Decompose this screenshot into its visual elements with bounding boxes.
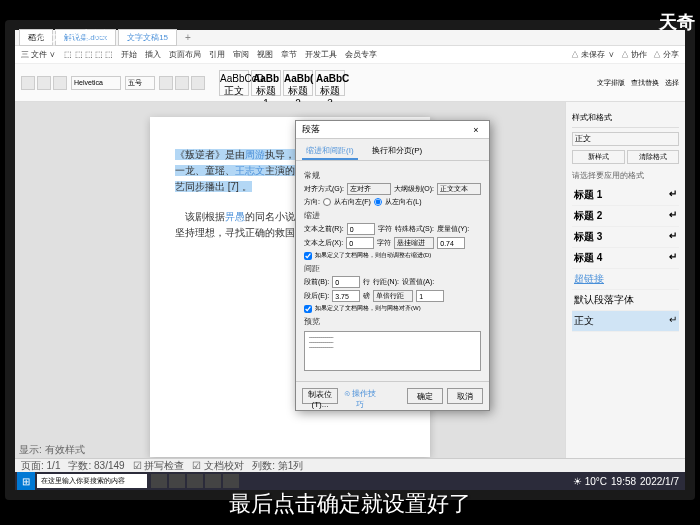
grid-align-check[interactable]	[304, 305, 312, 313]
menu-share[interactable]: △ 分享	[653, 49, 679, 60]
task-icon[interactable]	[223, 474, 239, 488]
indent-right-input[interactable]	[346, 237, 374, 249]
style-h3[interactable]: AaBbC标题 3	[315, 70, 345, 96]
paste-button[interactable]	[21, 76, 35, 90]
screen: 稻壳 解说集.docx 文字文稿15 + 三 文件 ∨ ⬚ ⬚ ⬚ ⬚ ⬚ 开始…	[15, 30, 685, 490]
sidebar-title: 样式和格式	[572, 108, 679, 128]
at-value-input[interactable]	[416, 290, 444, 302]
size-select[interactable]: 五号	[125, 76, 155, 90]
align-select[interactable]: 左对齐	[347, 183, 391, 195]
bold-button[interactable]	[159, 76, 173, 90]
tabs-button[interactable]: 制表位(T)...	[302, 388, 338, 404]
underline-button[interactable]	[191, 76, 205, 90]
italic-button[interactable]	[175, 76, 189, 90]
style-h2[interactable]: AaBb(标题 2	[283, 70, 313, 96]
dialog-title: 段落	[302, 123, 320, 136]
word-count: 字数: 83/149	[68, 459, 124, 473]
new-style-button[interactable]: 新样式	[572, 150, 625, 164]
start-button[interactable]: ⊞	[17, 472, 35, 490]
monitor-frame: 稻壳 解说集.docx 文字文稿15 + 三 文件 ∨ ⬚ ⬚ ⬚ ⬚ ⬚ 开始…	[5, 20, 695, 500]
task-icon[interactable]	[205, 474, 221, 488]
font-select[interactable]: Helvetica	[71, 76, 121, 90]
taskbar: ⊞ 在这里输入你要搜索的内容 ☀ 10°C 19:58 2022/1/7	[15, 472, 685, 490]
style-heading3[interactable]: 标题 3↵	[572, 227, 679, 248]
hang-value-input[interactable]	[437, 237, 465, 249]
styles-sidebar: 样式和格式 正文 新样式 清除格式 请选择要应用的格式 标题 1↵ 标题 2↵ …	[565, 102, 685, 472]
find-replace[interactable]: 查找替换	[631, 78, 659, 88]
tab-add[interactable]: +	[179, 30, 197, 45]
menu-unsaved[interactable]: △ 未保存 ∨	[571, 49, 614, 60]
section-general: 常规	[304, 170, 481, 181]
select-tool[interactable]: 选择	[665, 78, 679, 88]
menu-collab[interactable]: △ 协作	[621, 49, 647, 60]
date: 2022/1/7	[640, 476, 679, 487]
ok-button[interactable]: 确定	[407, 388, 443, 404]
style-hyperlink[interactable]: 超链接	[572, 269, 679, 290]
brand-logo-right: 天奇	[659, 10, 695, 34]
section-indent: 缩进	[304, 210, 481, 221]
titlebar: 稻壳 解说集.docx 文字文稿15 +	[15, 30, 685, 46]
menu-ref[interactable]: 引用	[209, 49, 225, 60]
copy-button[interactable]	[53, 76, 67, 90]
cut-button[interactable]	[37, 76, 51, 90]
menu-layout[interactable]: 页面布局	[169, 49, 201, 60]
toolbar: Helvetica 五号 AaBbCcD正文 AaBb标题 1 AaBb(标题 …	[15, 64, 685, 102]
indent-left-input[interactable]	[347, 223, 375, 235]
sidebar-label: 请选择要应用的格式	[572, 170, 679, 181]
style-default-font[interactable]: 默认段落字体	[572, 290, 679, 311]
menu-dev[interactable]: 开发工具	[305, 49, 337, 60]
menu-review[interactable]: 审阅	[233, 49, 249, 60]
cancel-button[interactable]: 取消	[447, 388, 483, 404]
section-preview: 预览	[304, 316, 481, 327]
tips-link[interactable]: ⊙ 操作技巧	[342, 388, 378, 404]
dir-ltr-radio[interactable]	[374, 198, 382, 206]
style-body[interactable]: 正文↵	[572, 311, 679, 332]
align-label: 对齐方式(G):	[304, 184, 344, 194]
weather[interactable]: ☀ 10°C	[573, 476, 607, 487]
menu-chapter[interactable]: 章节	[281, 49, 297, 60]
menu-file[interactable]: 三 文件 ∨	[21, 49, 56, 60]
menu-vip[interactable]: 会员专享	[345, 49, 377, 60]
page-count: 页面: 1/1	[21, 459, 60, 473]
tab-linebreak[interactable]: 换行和分页(P)	[368, 143, 427, 160]
brand-logo: 天奇生活	[35, 28, 107, 46]
column-info: 列数: 第1列	[252, 459, 303, 473]
menubar: 三 文件 ∨ ⬚ ⬚ ⬚ ⬚ ⬚ 开始 插入 页面布局 引用 审阅 视图 章节 …	[15, 46, 685, 64]
style-heading1[interactable]: 标题 1↵	[572, 185, 679, 206]
outline-select[interactable]: 正文文本	[437, 183, 481, 195]
task-icon[interactable]	[169, 474, 185, 488]
style-heading4[interactable]: 标题 4↵	[572, 248, 679, 269]
time: 19:58	[611, 476, 636, 487]
style-normal[interactable]: AaBbCcD正文	[219, 70, 249, 96]
direction-label: 方向:	[304, 197, 320, 207]
special-indent-select[interactable]: 悬挂缩进	[394, 237, 434, 249]
task-icon[interactable]	[151, 474, 167, 488]
menu-insert[interactable]: 插入	[145, 49, 161, 60]
style-heading2[interactable]: 标题 2↵	[572, 206, 679, 227]
task-icon[interactable]	[187, 474, 203, 488]
subtitle: 最后点击确定就设置好了	[0, 489, 700, 519]
statusbar: 页面: 1/1 字数: 83/149 ☑ 拼写检查 ☑ 文档校对 列数: 第1列	[15, 458, 685, 472]
style-h1[interactable]: AaBb标题 1	[251, 70, 281, 96]
close-icon[interactable]: ×	[469, 125, 483, 135]
spell-check[interactable]: ☑ 拼写检查	[133, 459, 185, 473]
show-filter[interactable]: 显示: 有效样式	[19, 443, 681, 457]
search-input[interactable]: 在这里输入你要搜索的内容	[37, 474, 147, 488]
menu-home[interactable]: 开始	[121, 49, 137, 60]
preview-box: ━━━━━━━━━━━━━━━━━━━━━━━━━━━━━━━━━━━━	[304, 331, 481, 371]
clear-format-button[interactable]: 清除格式	[627, 150, 680, 164]
dir-rtl-radio[interactable]	[323, 198, 331, 206]
outline-label: 大纲级别(O):	[394, 184, 434, 194]
doc-proof[interactable]: ☑ 文档校对	[192, 459, 244, 473]
menu-view[interactable]: 视图	[257, 49, 273, 60]
section-spacing: 间距	[304, 263, 481, 274]
auto-indent-check[interactable]	[304, 252, 312, 260]
tab-doc2[interactable]: 文字文稿15	[118, 29, 177, 46]
menu-quick[interactable]: ⬚ ⬚ ⬚ ⬚ ⬚	[64, 50, 113, 59]
space-before-input[interactable]	[332, 276, 360, 288]
text-layout[interactable]: 文字排版	[597, 78, 625, 88]
line-spacing-select[interactable]: 单倍行距	[373, 290, 413, 302]
tab-indent[interactable]: 缩进和间距(I)	[302, 143, 358, 160]
space-after-input[interactable]	[332, 290, 360, 302]
current-style[interactable]: 正文	[572, 132, 679, 146]
